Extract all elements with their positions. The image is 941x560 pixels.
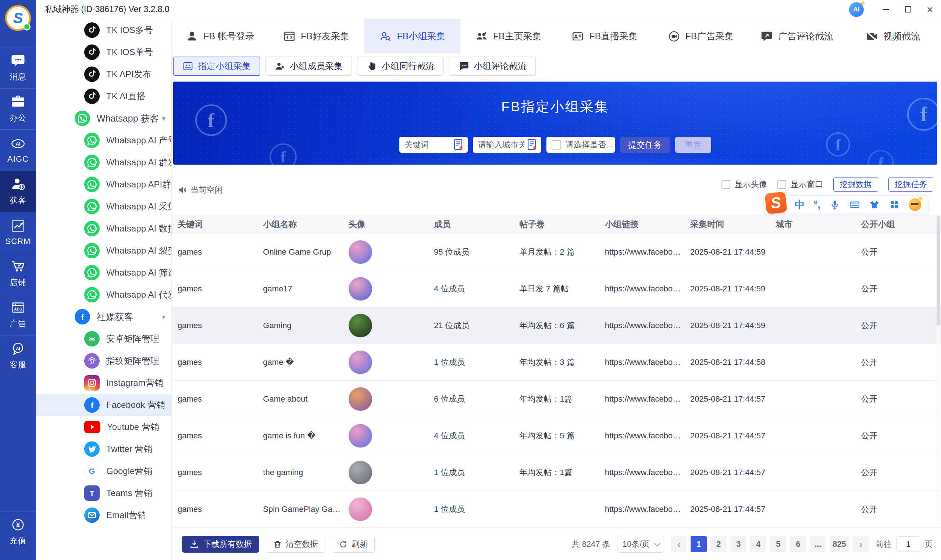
rail-item-充值[interactable]: ¥充值 <box>0 511 36 552</box>
sidebar-item-Whatsapp-API群发[interactable]: Whatsapp API群发 <box>36 174 171 195</box>
submit-task-button[interactable]: 提交任务 <box>620 137 670 153</box>
keyword-input[interactable] <box>404 140 451 149</box>
sidebar-item-Instagram营销[interactable]: Instagram营销 <box>36 372 171 394</box>
public-option-select[interactable]: 请选择是否... <box>546 137 615 153</box>
tab-广告评论截流[interactable]: 广告评论截流 <box>749 19 845 53</box>
keyboard-icon[interactable] <box>849 199 860 210</box>
refresh-button[interactable]: 刷新 <box>332 536 375 553</box>
sogou-logo-icon[interactable]: S <box>765 191 787 214</box>
city-input[interactable] <box>478 140 524 149</box>
rail-item-SCRM[interactable]: SCRM <box>0 212 36 253</box>
sidebar-item-Whatsapp-AI-裂变[interactable]: Whatsapp AI 裂变 <box>36 240 171 262</box>
import-keywords-icon[interactable] <box>453 138 465 151</box>
table-row[interactable]: gamesSpin GamePlay Gam...1 位成员https://ww… <box>172 491 941 528</box>
subtab-小组评论截流[interactable]: 小组评论截流 <box>449 57 536 76</box>
sidebar-item-Google营销[interactable]: GGoogle营销 <box>36 460 171 482</box>
rail-item-AIGC[interactable]: AIAIGC <box>0 129 36 171</box>
rail-item-消息[interactable]: 消息 <box>0 47 36 88</box>
show-avatar-checkbox[interactable]: 显示头像 <box>722 179 767 190</box>
sidebar-item-Whatsapp-AI-采集[interactable]: Whatsapp AI 采集 <box>36 195 171 217</box>
chinese-mode-icon[interactable]: 中 <box>795 198 805 211</box>
group-link-cell[interactable]: https://www.facebook... <box>599 468 685 477</box>
toolbox-icon[interactable] <box>889 199 900 210</box>
sidebar-item-指纹矩阵管理[interactable]: 指纹矩阵管理 <box>36 350 171 372</box>
rail-item-客服[interactable]: AI客服 <box>0 335 36 376</box>
download-all-button[interactable]: 下载所有数据 <box>182 536 259 553</box>
group-link-cell[interactable]: https://www.facebook... <box>599 505 685 514</box>
sidebar-item-Teams-营销[interactable]: TTeams 营销 <box>36 482 171 504</box>
group-link-cell[interactable]: https://www.facebook... <box>599 357 685 367</box>
group-link-cell[interactable]: https://www.facebook... <box>599 284 685 294</box>
group-link-cell[interactable]: https://www.facebook... <box>599 247 685 257</box>
mine-task-button[interactable]: 挖掘任务 <box>889 177 933 192</box>
tab-FB-帐号登录[interactable]: FB 帐号登录 <box>172 19 268 53</box>
sidebar-item-Twitter-营销[interactable]: Twitter 营销 <box>36 438 171 460</box>
prev-page-button[interactable]: ‹ <box>671 536 687 552</box>
table-row[interactable]: gamesOnline Game Grup95 位成员单月发帖：2 篇https… <box>172 234 941 271</box>
mine-data-button[interactable]: 挖掘数据 <box>833 177 878 192</box>
table-row[interactable]: gamesGame about6 位成员年均发帖：1篇https://www.f… <box>172 381 941 417</box>
checkbox-icon[interactable] <box>722 180 730 189</box>
page-button-1[interactable]: 1 <box>691 536 707 552</box>
page-button-2[interactable]: 2 <box>710 536 727 552</box>
table-row[interactable]: gamesthe gaming1 位成员年均发帖：1篇https://www.f… <box>172 454 941 491</box>
close-button[interactable]: × <box>919 0 941 19</box>
tab-FB好友采集[interactable]: FB好友采集 <box>268 19 364 53</box>
sidebar-item-Whatsapp-AI-群发[interactable]: Whatsapp AI 群发 <box>36 151 171 174</box>
punctuation-icon[interactable]: °, <box>814 199 821 211</box>
table-row[interactable]: gamesgame �1 位成员年均发帖：3 篇https://www.face… <box>172 344 941 381</box>
goto-page-input[interactable] <box>896 537 920 552</box>
tab-FB广告采集[interactable]: FB广告采集 <box>653 19 749 53</box>
emoji-icon[interactable] <box>909 198 921 211</box>
sidebar-item-Youtube-营销[interactable]: Youtube 营销 <box>36 416 171 438</box>
rail-item-办公[interactable]: 办公 <box>0 88 36 129</box>
group-link-cell[interactable]: https://www.facebook... <box>599 394 685 404</box>
sidebar-item-Whatsapp-获客[interactable]: Whatsapp 获客▾ <box>36 107 171 129</box>
sidebar-item-Whatsapp-AI-数据[interactable]: Whatsapp AI 数据 <box>36 217 171 240</box>
sidebar-item-Email营销[interactable]: Email营销 <box>36 504 171 526</box>
group-link-cell[interactable]: https://www.facebook... <box>599 321 685 330</box>
import-cities-icon[interactable] <box>527 138 538 151</box>
sidebar-item-Whatsapp-AI-筛选[interactable]: Whatsapp AI 筛选 <box>36 262 171 284</box>
table-row[interactable]: gamesgame174 位成员单日发 7 篇帖https://www.face… <box>172 271 941 307</box>
subtab-小组成员采集[interactable]: 小组成员采集 <box>265 57 352 76</box>
subtab-小组同行截流[interactable]: 小组同行截流 <box>357 57 444 76</box>
page-button-3[interactable]: 3 <box>730 536 747 552</box>
sidebar-item-TK-IOS多号[interactable]: TK IOS多号 <box>36 19 171 41</box>
page-button-825[interactable]: 825 <box>830 536 849 552</box>
rail-item-广告[interactable]: ADS广告 <box>0 294 36 335</box>
tab-FB小组采集[interactable]: FB小组采集 <box>364 19 460 53</box>
minimize-button[interactable] <box>875 0 897 19</box>
subtab-指定小组采集[interactable]: 指定小组采集 <box>173 57 260 76</box>
voice-icon[interactable] <box>829 199 840 210</box>
vertical-scrollbar[interactable] <box>936 215 940 526</box>
maximize-button[interactable] <box>897 0 919 19</box>
show-window-checkbox[interactable]: 显示窗口 <box>777 179 823 190</box>
rail-item-店铺[interactable]: 店铺 <box>0 253 36 294</box>
public-option-checkbox[interactable] <box>552 140 561 149</box>
page-button-5[interactable]: 5 <box>770 536 786 552</box>
reset-button[interactable]: 重置 <box>675 137 711 153</box>
sidebar-item-TK-IOS单号[interactable]: TK IOS单号 <box>36 41 171 63</box>
tab-FB主页采集[interactable]: FB主页采集 <box>460 19 556 53</box>
sidebar-item-TK-AI直播[interactable]: TK AI直播 <box>36 85 171 107</box>
group-link-cell[interactable]: https://www.facebook... <box>599 431 685 441</box>
page-button-4[interactable]: 4 <box>750 536 766 552</box>
sidebar-item-社媒获客[interactable]: f社媒获客▾ <box>36 306 171 328</box>
clear-data-button[interactable]: 清空数据 <box>266 536 325 553</box>
scrollbar-thumb[interactable] <box>936 215 940 326</box>
tab-FB直播采集[interactable]: FB直播采集 <box>557 19 653 53</box>
rail-item-获客[interactable]: 获客 <box>0 171 36 212</box>
checkbox-icon[interactable] <box>777 180 786 189</box>
sidebar-item-TK-API发布[interactable]: TK API发布 <box>36 63 171 85</box>
next-page-button[interactable]: › <box>853 536 869 552</box>
sidebar-item-Whatsapp-AI-代发[interactable]: Whatsapp AI 代发 <box>36 284 171 306</box>
page-size-select[interactable]: 10条/页 <box>617 536 665 553</box>
page-button-6[interactable]: 6 <box>790 536 806 552</box>
table-row[interactable]: gamesgame is fun �4 位成员年均发帖：5 篇https://w… <box>172 417 941 454</box>
skin-icon[interactable] <box>869 199 880 210</box>
page-ellipsis[interactable]: ... <box>810 536 826 552</box>
sidebar-item-Facebook-营销[interactable]: fFacebook 营销 <box>36 394 171 416</box>
tab-视频截流[interactable]: 视频截流 <box>845 19 941 53</box>
sidebar-item-Whatsapp-AI-产号[interactable]: Whatsapp AI 产号 <box>36 129 171 151</box>
